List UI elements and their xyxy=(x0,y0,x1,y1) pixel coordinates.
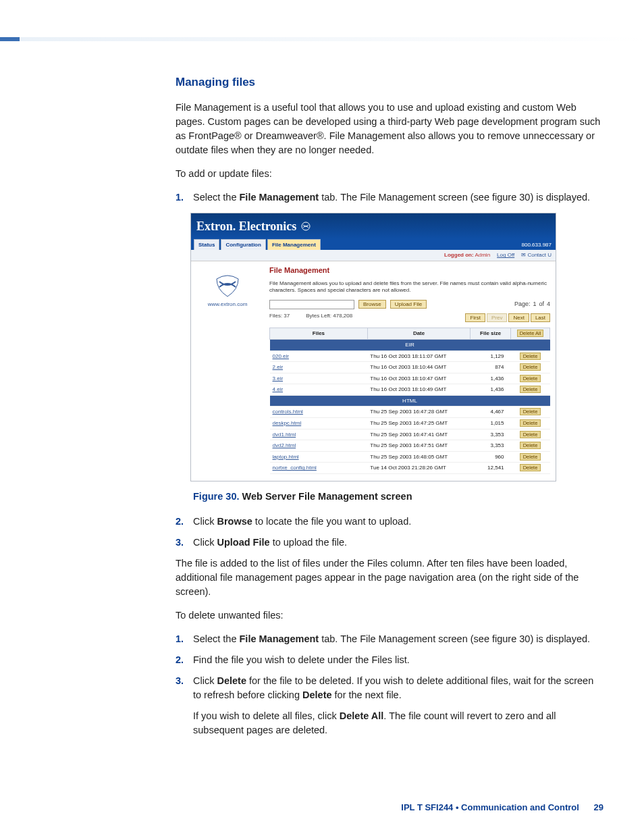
step-text: tab. The File Management screen (see fig… xyxy=(319,192,590,203)
file-link[interactable]: deskpc.html xyxy=(273,420,302,426)
file-date: Thu 16 Oct 2003 18:11:07 GMT xyxy=(367,350,470,362)
sidebar-logo-icon xyxy=(213,271,242,298)
delete-button[interactable]: Delete xyxy=(520,375,541,382)
file-link[interactable]: controls.html xyxy=(273,409,303,415)
col-size: File size xyxy=(471,328,511,340)
delete-button[interactable]: Delete xyxy=(520,442,541,449)
logged-on-label: Logged on: xyxy=(444,252,474,258)
file-link[interactable]: 3.eir xyxy=(273,375,284,382)
upload-file-button[interactable]: Upload File xyxy=(390,300,427,309)
file-date: Thu 25 Sep 2003 16:47:51 GMT xyxy=(367,440,470,452)
page-total: 4 xyxy=(547,300,550,309)
sidebar-site-link[interactable]: www.extron.com xyxy=(194,301,261,309)
file-date: Thu 25 Sep 2003 16:47:41 GMT xyxy=(367,429,470,440)
tab-status[interactable]: Status xyxy=(194,239,219,251)
file-size: 4,467 xyxy=(471,407,511,418)
step-number: 1. xyxy=(176,632,184,646)
step-text: Click xyxy=(193,675,217,686)
delete-button[interactable]: Delete xyxy=(520,453,541,461)
file-date: Thu 16 Oct 2003 18:10:47 GMT xyxy=(367,373,470,384)
step-bold: Upload File xyxy=(217,537,269,548)
step-text: to locate the file you want to upload. xyxy=(252,516,411,527)
file-date: Thu 25 Sep 2003 16:47:25 GMT xyxy=(367,418,470,429)
step-text: for the next file. xyxy=(332,689,402,700)
table-row: nortxe_config.htmlTue 14 Oct 2003 21:28:… xyxy=(270,463,550,474)
delete-button[interactable]: Delete xyxy=(520,363,541,371)
step-text: tab. The File Management screen (see fig… xyxy=(319,633,590,644)
footer-text: IPL T SFI244 • Communication and Control xyxy=(401,802,579,812)
step-cont: If you wish to delete all files, click D… xyxy=(193,709,601,737)
file-link[interactable]: 020.eir xyxy=(273,353,289,359)
file-date: Thu 16 Oct 2003 18:10:44 GMT xyxy=(367,362,470,373)
step-number: 2. xyxy=(176,653,184,667)
browse-button[interactable]: Browse xyxy=(358,300,386,309)
nav-next-button[interactable]: Next xyxy=(508,313,529,322)
tab-bar: Status Configuration File Management xyxy=(191,239,518,251)
nav-prev-button[interactable]: Prev xyxy=(487,313,507,322)
contact-link[interactable]: ✉ Contact U xyxy=(521,251,552,259)
file-date: Thu 25 Sep 2003 16:47:28 GMT xyxy=(367,407,470,418)
figure-caption: Figure 30. Web Server File Management sc… xyxy=(193,490,601,504)
delete-button[interactable]: Delete xyxy=(520,464,541,471)
figure-caption-label: Figure 30. xyxy=(193,491,240,502)
bytes-label: Bytes Left: xyxy=(306,313,331,319)
delete-button[interactable]: Delete xyxy=(520,431,541,438)
file-size: 1,129 xyxy=(471,350,511,362)
add-intro: To add or update files: xyxy=(176,167,601,181)
page-number: 29 xyxy=(594,802,603,812)
table-row: dvd2.htmlThu 25 Sep 2003 16:47:51 GMT3,3… xyxy=(270,440,550,452)
section-heading: Managing files xyxy=(176,74,601,91)
file-link[interactable]: 4.eir xyxy=(273,386,284,392)
figure-screenshot: Extron. Electronics Status Configuration… xyxy=(190,213,556,481)
table-row: 3.eirThu 16 Oct 2003 18:10:47 GMT1,436De… xyxy=(270,373,550,384)
file-size: 960 xyxy=(471,451,511,463)
file-link[interactable]: dvd2.html xyxy=(273,442,296,448)
file-size: 874 xyxy=(471,362,511,373)
page-current: 1 xyxy=(533,300,536,309)
page-label: Page: xyxy=(514,300,531,309)
delete-button[interactable]: Delete xyxy=(520,408,541,415)
step-text: Click xyxy=(193,537,217,548)
file-size: 3,353 xyxy=(471,429,511,440)
logoff-link[interactable]: Log Off xyxy=(497,251,514,259)
file-size: 1,436 xyxy=(471,373,511,384)
tab-configuration[interactable]: Configuration xyxy=(221,239,265,251)
files-label: Files: xyxy=(269,313,282,319)
delete-button[interactable]: Delete xyxy=(520,353,541,360)
step-text: Select the xyxy=(193,633,240,644)
step-text: Select the xyxy=(193,192,240,203)
file-size: 1,436 xyxy=(471,384,511,396)
app-brand: Extron. Electronics xyxy=(191,213,556,239)
page-of: of xyxy=(539,300,544,309)
step-number: 3. xyxy=(176,536,184,550)
col-date: Date xyxy=(367,328,470,340)
figure-caption-text: Web Server File Management screen xyxy=(240,491,412,502)
file-link[interactable]: laptop.html xyxy=(273,454,299,460)
phone-label: 800.633.987 xyxy=(518,240,556,251)
after-add-paragraph: The file is added to the list of files u… xyxy=(176,556,601,599)
delete-button[interactable]: Delete xyxy=(520,419,541,427)
step-text: Find the file you wish to delete under t… xyxy=(193,654,410,665)
logged-on-user: Admin xyxy=(475,252,490,258)
nav-last-button[interactable]: Last xyxy=(531,313,550,322)
group-eir: EIR xyxy=(270,339,550,350)
delete-button[interactable]: Delete xyxy=(520,386,541,393)
file-path-input[interactable] xyxy=(269,300,354,309)
step-bold: File Management xyxy=(240,192,319,203)
delete-all-button[interactable]: Delete All xyxy=(517,330,544,337)
delete-intro: To delete unwanted files: xyxy=(176,608,601,623)
file-link[interactable]: dvd1.html xyxy=(273,432,296,438)
file-link[interactable]: nortxe_config.html xyxy=(273,465,317,471)
table-row: laptop.htmlThu 25 Sep 2003 16:48:05 GMT9… xyxy=(270,451,550,463)
step-bold: Delete xyxy=(217,675,246,686)
intro-paragraph: File Management is a useful tool that al… xyxy=(176,101,601,157)
tab-file-management[interactable]: File Management xyxy=(267,239,321,251)
step-bold: File Management xyxy=(240,633,319,644)
col-files: Files xyxy=(270,328,368,340)
table-row: dvd1.htmlThu 25 Sep 2003 16:47:41 GMT3,3… xyxy=(270,429,550,440)
step-number: 1. xyxy=(176,190,184,205)
brand-icon xyxy=(300,221,311,232)
table-row: 020.eirThu 16 Oct 2003 18:11:07 GMT1,129… xyxy=(270,350,550,362)
file-link[interactable]: 2.eir xyxy=(273,364,284,370)
nav-first-button[interactable]: First xyxy=(465,313,485,322)
